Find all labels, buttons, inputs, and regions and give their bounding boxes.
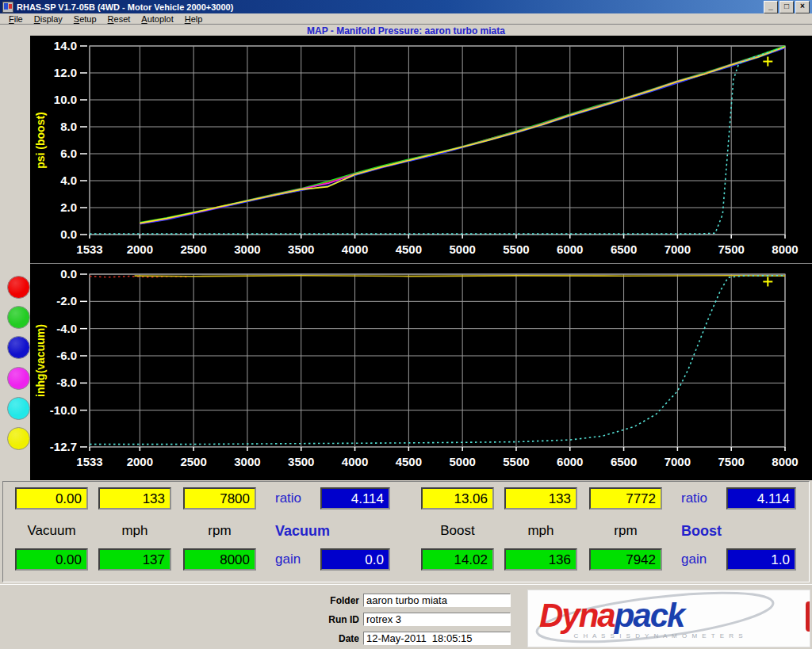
svg-text:7500: 7500 [718,455,745,468]
svg-text:0.0: 0.0 [60,267,77,281]
cutoff-red-graphic [806,601,810,632]
svg-text:1533: 1533 [76,455,102,468]
minimize-button[interactable]: _ [764,1,778,13]
boost-cursor2-mph-field: 136 [504,548,577,571]
dynapack-logo: DynapackC H A S S I S D Y N A M O M E T … [527,590,810,647]
boost-cursor1-value-field: 13.06 [421,487,494,510]
chart-title: MAP - Manifold Pressure: aaron turbo mia… [0,25,812,36]
vacuum-gain-label: gain [275,552,301,567]
svg-text:4.0: 4.0 [60,174,77,187]
vacuum-cursor2-rpm-field: 8000 [183,548,256,571]
svg-text:7500: 7500 [718,242,745,256]
app-icon [2,2,13,13]
svg-text:2500: 2500 [180,455,206,468]
svg-text:5500: 5500 [503,242,529,256]
svg-text:5500: 5500 [503,455,529,468]
vacuum-col-label-mph: mph [98,523,171,539]
vacuum-col-label-vacuum: Vacuum [15,523,88,539]
menu-help[interactable]: Help [179,14,209,24]
svg-text:5000: 5000 [449,455,475,468]
footer-bar: DynapackC H A S S I S D Y N A M O M E T … [0,584,812,649]
boost-ratio-field[interactable]: 4.114 [726,487,796,510]
svg-text:6000: 6000 [557,242,583,256]
svg-text:inhg(vacuum): inhg(vacuum) [34,324,47,397]
svg-text:3000: 3000 [234,455,260,468]
vacuum-cursor1-value-field: 0.00 [15,487,88,510]
run-select-red-button[interactable] [7,276,30,299]
readout-panel: 0.0013378000.001378000VacuummphrpmratioV… [2,481,810,582]
svg-text:4000: 4000 [342,455,368,468]
svg-text:6000: 6000 [557,455,583,468]
svg-text:4500: 4500 [396,455,422,468]
vacuum-cursor1-rpm-field: 7800 [183,487,256,510]
footer-label-run-id: Run ID [304,614,359,625]
svg-text:1533: 1533 [76,242,102,256]
vacuum-col-label-rpm: rpm [183,523,256,539]
vacuum-ratio-field[interactable]: 4.114 [320,487,390,510]
chart-bottom-svg: 0.0-2.0-4.0-6.0-8.0-10.0-12.715332000250… [30,264,812,480]
vacuum-gain-field[interactable]: 0.0 [320,548,390,571]
close-button[interactable]: × [795,1,810,13]
svg-text:14.0: 14.0 [54,39,77,52]
menu-setup[interactable]: Setup [68,14,102,24]
boost-cursor1-mph-field: 133 [504,487,577,510]
boost-col-label-boost: Boost [421,523,494,539]
menu-display[interactable]: Display [29,14,68,24]
boost-gain-field[interactable]: 1.0 [726,548,796,571]
svg-text:-8.0: -8.0 [56,376,77,389]
restore-button[interactable]: □ [779,1,794,13]
svg-text:2.0: 2.0 [60,200,77,214]
svg-text:-6.0: -6.0 [56,349,77,362]
svg-text:-4.0: -4.0 [56,322,77,335]
svg-text:8000: 8000 [772,455,798,468]
boost-group-title: Boost [681,523,722,540]
svg-text:2500: 2500 [180,242,206,256]
menu-file[interactable]: File [3,14,29,24]
svg-text:6.0: 6.0 [60,147,77,160]
svg-text:8000: 8000 [772,242,798,256]
svg-text:7000: 7000 [665,455,691,468]
vacuum-chart[interactable]: 0.0-2.0-4.0-6.0-8.0-10.0-12.715332000250… [30,263,812,480]
boost-gain-label: gain [681,552,707,567]
dynapack-logo-svg: DynapackC H A S S I S D Y N A M O M E T … [528,590,790,647]
svg-text:12.0: 12.0 [54,66,77,79]
footer-field-folder[interactable]: aaron turbo miata [363,594,511,607]
svg-text:-10.0: -10.0 [50,403,77,417]
footer-label-date: Date [304,633,359,644]
footer-label-folder: Folder [304,595,359,606]
run-select-green-button[interactable] [7,306,30,329]
svg-text:5000: 5000 [449,242,475,256]
svg-text:4000: 4000 [342,242,368,256]
vacuum-ratio-label: ratio [275,491,301,506]
run-select-blue-button[interactable] [7,336,30,359]
svg-text:C H A S S I S D Y N A M O: C H A S S I S D Y N A M O M E T E R S [573,632,744,639]
vacuum-cursor2-mph-field: 137 [98,548,171,571]
menu-bar: FileDisplaySetupResetAutoplotHelp [0,13,812,25]
svg-text:10.0: 10.0 [54,93,77,106]
run-select-cyan-button[interactable] [7,397,30,420]
svg-text:-12.7: -12.7 [50,440,77,453]
vacuum-cursor2-value-field: 0.00 [15,548,88,571]
run-select-yellow-button[interactable] [7,427,30,450]
svg-text:6500: 6500 [611,455,637,468]
svg-text:3500: 3500 [288,455,314,468]
footer-field-run-id[interactable]: rotrex 3 [363,613,511,626]
svg-text:7000: 7000 [665,242,691,256]
svg-text:psi (boost): psi (boost) [34,112,47,169]
footer-field-date[interactable]: 12-May-2011 18:05:15 [363,632,511,645]
svg-text:3500: 3500 [288,242,314,256]
svg-text:8.0: 8.0 [60,120,77,133]
svg-text:3000: 3000 [234,242,260,256]
title-bar: RHAS-SP V1.7-05B (4WD - Motor Vehicle 20… [0,0,812,13]
menu-autoplot[interactable]: Autoplot [136,14,178,24]
run-select-magenta-button[interactable] [7,367,30,390]
boost-ratio-label: ratio [681,491,707,506]
chart-top-svg: 0.02.04.06.08.010.012.014.01533200025003… [30,36,812,263]
boost-chart[interactable]: 0.02.04.06.08.010.012.014.01533200025003… [30,36,812,263]
boost-cursor2-value-field: 14.02 [421,548,494,571]
svg-text:4500: 4500 [396,242,422,256]
boost-cursor1-rpm-field: 7772 [589,487,662,510]
window-title: RHAS-SP V1.7-05B (4WD - Motor Vehicle 20… [17,2,762,12]
svg-text:0.0: 0.0 [60,227,77,241]
menu-reset[interactable]: Reset [102,14,136,24]
